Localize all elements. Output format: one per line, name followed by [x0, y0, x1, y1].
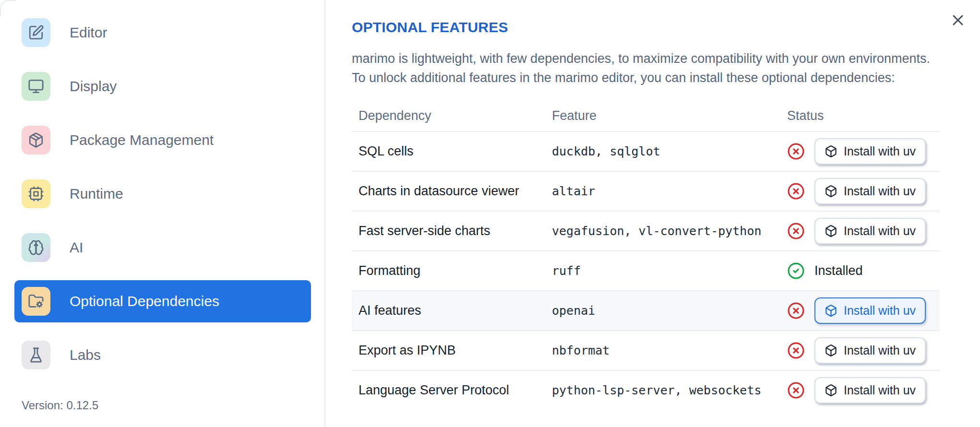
status-cell: Install with uv	[787, 337, 940, 364]
status-cell: Install with uv	[787, 297, 940, 324]
monitor-icon	[28, 78, 44, 95]
circle-x-icon	[787, 222, 805, 240]
column-header-status: Status	[787, 108, 940, 123]
sidebar-item-label: Runtime	[70, 186, 123, 202]
box-icon	[825, 344, 837, 357]
panel-description: marimo is lightweight, with few dependen…	[352, 49, 940, 87]
status-cell: Install with uv	[787, 218, 940, 244]
install-with-uv-button[interactable]: Install with uv	[814, 297, 926, 324]
install-button-label: Install with uv	[844, 184, 916, 198]
sidebar-item-label: Editor	[70, 24, 107, 41]
sidebar-item-icon-tile	[22, 18, 50, 47]
status-missing-icon	[787, 222, 805, 240]
dependency-cell: SQL cells	[359, 144, 552, 159]
status-missing-icon	[787, 302, 805, 320]
sidebar-item-label: Labs	[70, 347, 101, 363]
sidebar-item-label: Optional Dependencies	[70, 293, 219, 309]
settings-dialog: Editor Display Package Management Runtim…	[0, 0, 980, 427]
sidebar-item-labs[interactable]: Labs	[14, 334, 311, 376]
circle-check-icon	[787, 262, 805, 280]
feature-cell: ruff	[552, 264, 787, 278]
version-label: Version: 0.12.5	[22, 399, 98, 412]
table-row: Export as IPYNB nbformat Install with uv	[352, 330, 940, 370]
install-with-uv-button[interactable]: Install with uv	[814, 218, 926, 244]
status-cell: Install with uv	[787, 138, 940, 165]
sidebar-item-package-management[interactable]: Package Management	[14, 119, 311, 161]
description-line: To unlock additional features in the mar…	[352, 68, 940, 87]
install-button-label: Install with uv	[844, 344, 916, 357]
folder-cog-icon	[28, 293, 44, 309]
status-missing-icon	[787, 182, 805, 200]
install-with-uv-button[interactable]: Install with uv	[814, 377, 926, 403]
install-with-uv-button[interactable]: Install with uv	[814, 337, 926, 364]
sidebar-item-label: AI	[70, 239, 83, 256]
feature-cell: altair	[552, 184, 787, 198]
sidebar-item-icon-tile	[22, 233, 50, 262]
circle-x-icon	[787, 182, 805, 200]
feature-cell: python-lsp-server, websockets	[552, 383, 787, 397]
description-line: marimo is lightweight, with few dependen…	[352, 49, 940, 68]
table-row: Charts in datasource viewer altair Insta…	[352, 171, 940, 211]
dependency-cell: Formatting	[359, 263, 552, 278]
sidebar-item-ai[interactable]: AI	[14, 226, 311, 269]
dependencies-table: Dependency Feature Status SQL cells duck…	[352, 108, 940, 410]
square-pen-icon	[28, 24, 44, 41]
dependency-cell: Fast server-side charts	[359, 224, 552, 238]
table-row: Formatting ruff Installed	[352, 250, 940, 290]
status-cell: Install with uv	[787, 178, 940, 204]
column-header-feature: Feature	[552, 108, 787, 123]
sidebar-item-label: Package Management	[70, 132, 214, 148]
brain-icon	[28, 239, 44, 256]
sidebar-item-editor[interactable]: Editor	[14, 12, 311, 54]
circle-x-icon	[787, 342, 805, 359]
page-title: OPTIONAL FEATURES	[352, 19, 940, 36]
install-button-label: Install with uv	[844, 144, 916, 158]
optional-features-panel: OPTIONAL FEATURES marimo is lightweight,…	[325, 0, 980, 427]
feature-cell: openai	[552, 304, 787, 318]
sidebar-item-icon-tile	[22, 341, 50, 369]
feature-cell: nbformat	[552, 344, 787, 357]
status-missing-icon	[787, 381, 805, 399]
table-row: Language Server Protocol python-lsp-serv…	[352, 370, 940, 410]
flask-icon	[28, 347, 44, 363]
sidebar-item-optional-dependencies[interactable]: Optional Dependencies	[14, 280, 311, 322]
dependency-cell: AI features	[359, 303, 552, 318]
dependency-cell: Export as IPYNB	[359, 343, 552, 358]
circle-x-icon	[787, 381, 805, 399]
status-cell: Installed	[787, 262, 940, 280]
status-missing-icon	[787, 342, 805, 359]
dependency-cell: Charts in datasource viewer	[359, 184, 552, 199]
box-icon	[825, 185, 837, 198]
circle-x-icon	[787, 302, 805, 320]
box-icon	[825, 304, 837, 317]
install-button-label: Install with uv	[844, 304, 916, 318]
install-button-label: Install with uv	[844, 383, 916, 397]
close-button[interactable]	[949, 12, 967, 29]
table-row: AI features openai Install with uv	[352, 290, 940, 330]
feature-cell: vegafusion, vl-convert-python	[552, 224, 787, 238]
settings-sidebar: Editor Display Package Management Runtim…	[0, 0, 325, 427]
sidebar-item-icon-tile	[22, 72, 50, 101]
status-installed-icon	[787, 262, 805, 280]
x-icon	[949, 12, 967, 29]
status-missing-icon	[787, 142, 805, 160]
package-icon	[28, 132, 44, 148]
install-with-uv-button[interactable]: Install with uv	[814, 138, 926, 165]
sidebar-nav: Editor Display Package Management Runtim…	[14, 12, 324, 376]
status-cell: Install with uv	[787, 377, 940, 403]
table-header-row: Dependency Feature Status	[352, 108, 940, 131]
sidebar-item-icon-tile	[22, 126, 50, 154]
box-icon	[825, 384, 837, 397]
install-with-uv-button[interactable]: Install with uv	[814, 178, 926, 204]
installed-status-label: Installed	[814, 263, 863, 278]
sidebar-item-display[interactable]: Display	[14, 65, 311, 107]
sidebar-item-icon-tile	[22, 179, 50, 208]
feature-cell: duckdb, sqlglot	[552, 144, 787, 158]
table-row: SQL cells duckdb, sqlglot Install with u…	[352, 131, 940, 171]
box-icon	[825, 145, 837, 158]
sidebar-item-runtime[interactable]: Runtime	[14, 173, 311, 215]
install-button-label: Install with uv	[844, 224, 916, 238]
cpu-icon	[28, 186, 44, 202]
column-header-dependency: Dependency	[359, 108, 552, 123]
table-row: Fast server-side charts vegafusion, vl-c…	[352, 211, 940, 250]
